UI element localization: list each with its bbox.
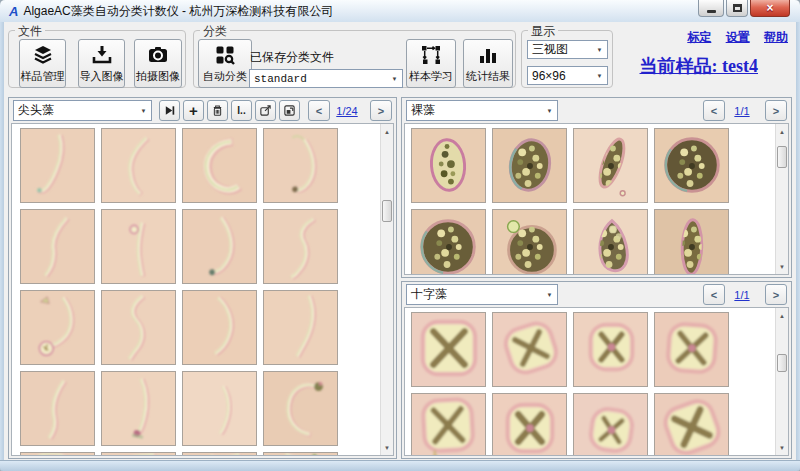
auto-classify-icon xyxy=(214,44,236,66)
saved-files-value: standard xyxy=(250,73,387,85)
algae-thumbnail[interactable] xyxy=(101,128,176,203)
algae-thumbnail[interactable] xyxy=(20,209,95,284)
scrollbar[interactable]: ▲ ▼ xyxy=(775,308,788,455)
next-page-button[interactable]: > xyxy=(765,284,787,305)
algae-thumbnail[interactable] xyxy=(492,128,567,203)
titlebar[interactable]: A AlgaeAC藻类自动分类计数仪 - 杭州万深检测科技有限公司 × xyxy=(0,0,800,22)
algae-thumbnail[interactable] xyxy=(411,312,486,387)
algae-thumbnail[interactable] xyxy=(492,312,567,387)
page-indicator[interactable]: 1/24 xyxy=(330,105,364,117)
import-images-button[interactable]: 导入图像 xyxy=(78,39,125,88)
algae-thumbnail[interactable] xyxy=(411,209,486,275)
algae-thumbnail[interactable] xyxy=(20,452,95,456)
page-indicator[interactable]: 1/1 xyxy=(725,105,759,117)
algae-thumbnail[interactable] xyxy=(654,312,729,387)
file-group-label: 文件 xyxy=(15,23,45,40)
capture-images-button[interactable]: 拍摄图像 xyxy=(134,39,182,88)
export-icon xyxy=(259,104,272,117)
algae-thumbnail[interactable] xyxy=(182,128,257,203)
algae-thumbnail[interactable] xyxy=(263,290,338,365)
current-sample-link[interactable]: 当前样品: test4 xyxy=(640,54,758,78)
algae-thumbnail[interactable] xyxy=(101,371,176,446)
add-category-button[interactable]: + xyxy=(183,100,204,121)
rename-icon: I.. xyxy=(237,105,245,116)
classify-page-button[interactable] xyxy=(159,100,180,121)
rename-button[interactable]: I.. xyxy=(231,100,252,121)
close-icon: × xyxy=(766,2,773,14)
algae-thumbnail[interactable] xyxy=(182,209,257,284)
algae-thumbnail[interactable] xyxy=(573,312,648,387)
stats-button[interactable]: 统计结果 xyxy=(463,39,513,88)
classify-group-label: 分类 xyxy=(200,23,230,40)
algae-thumbnail[interactable] xyxy=(20,371,95,446)
algae-thumbnail[interactable] xyxy=(654,128,729,203)
algae-thumbnail[interactable] xyxy=(263,209,338,284)
next-page-button[interactable]: > xyxy=(765,100,787,121)
move-to-category-button[interactable] xyxy=(279,100,300,121)
maximize-button[interactable] xyxy=(726,0,748,17)
window-frame-right xyxy=(796,22,800,460)
saved-files-label: 已保存分类文件 xyxy=(250,49,334,66)
algae-thumbnail[interactable] xyxy=(492,209,567,275)
algae-thumbnail[interactable] xyxy=(263,452,338,456)
algae-thumbnail[interactable] xyxy=(654,393,729,456)
page-indicator[interactable]: 1/1 xyxy=(725,289,759,301)
scroll-up-icon: ▲ xyxy=(779,313,785,319)
right-top-category-select[interactable]: 裸藻 ▼ xyxy=(406,100,558,121)
algae-thumbnail[interactable] xyxy=(573,393,648,456)
scroll-up-button[interactable]: ▲ xyxy=(776,309,788,322)
close-button[interactable]: × xyxy=(750,0,790,17)
minimize-button[interactable] xyxy=(698,0,724,17)
calibrate-link[interactable]: 标定 xyxy=(687,30,711,44)
prev-page-button[interactable]: < xyxy=(308,100,330,121)
scroll-down-button[interactable]: ▼ xyxy=(776,260,788,273)
delete-button[interactable] xyxy=(207,100,228,121)
scrollbar[interactable]: ▲ ▼ xyxy=(775,124,788,274)
left-category-value: 尖头藻 xyxy=(14,102,136,119)
thumbnail-grid xyxy=(405,308,774,455)
scroll-up-button[interactable]: ▲ xyxy=(776,125,788,138)
saved-files-select[interactable]: standard ▼ xyxy=(249,69,403,88)
left-category-select[interactable]: 尖头藻 ▼ xyxy=(13,100,152,121)
panel-right-bottom-header: 十字藻 ▼ < 1/1 > xyxy=(402,282,791,307)
algae-thumbnail[interactable] xyxy=(492,393,567,456)
next-page-button[interactable]: > xyxy=(370,100,392,121)
algae-thumbnail[interactable] xyxy=(411,393,486,456)
algae-thumbnail[interactable] xyxy=(263,128,338,203)
right-bottom-category-select[interactable]: 十字藻 ▼ xyxy=(406,284,558,305)
sample-learn-button[interactable]: 样本学习 xyxy=(406,39,456,88)
chevron-down-icon: ▼ xyxy=(542,292,557,298)
settings-link[interactable]: 设置 xyxy=(726,30,750,44)
scroll-down-button[interactable]: ▼ xyxy=(381,441,393,454)
sample-manage-button[interactable]: 样品管理 xyxy=(19,39,66,88)
algae-thumbnail[interactable] xyxy=(101,452,176,456)
thumb-size-select[interactable]: 96×96 ▼ xyxy=(527,66,608,85)
algae-thumbnail[interactable] xyxy=(654,209,729,275)
panel-right-top-header: 裸藻 ▼ < 1/1 > xyxy=(402,98,791,123)
algae-thumbnail[interactable] xyxy=(573,209,648,275)
scroll-thumb[interactable] xyxy=(777,146,787,168)
algae-thumbnail[interactable] xyxy=(182,452,257,456)
prev-page-button[interactable]: < xyxy=(703,100,725,121)
prev-page-button[interactable]: < xyxy=(703,284,725,305)
export-button[interactable] xyxy=(255,100,276,121)
scroll-up-button[interactable]: ▲ xyxy=(381,125,393,138)
chevron-down-icon: ▼ xyxy=(592,47,607,53)
algae-thumbnail[interactable] xyxy=(182,290,257,365)
algae-thumbnail[interactable] xyxy=(20,290,95,365)
scrollbar[interactable]: ▲ ▼ xyxy=(380,124,393,455)
algae-thumbnail[interactable] xyxy=(182,371,257,446)
algae-thumbnail[interactable] xyxy=(263,371,338,446)
scroll-thumb[interactable] xyxy=(382,200,392,222)
algae-thumbnail[interactable] xyxy=(20,128,95,203)
capture-images-label: 拍摄图像 xyxy=(136,69,180,84)
view-mode-select[interactable]: 三视图 ▼ xyxy=(527,40,608,59)
algae-thumbnail[interactable] xyxy=(573,128,648,203)
algae-thumbnail[interactable] xyxy=(411,128,486,203)
scroll-down-button[interactable]: ▼ xyxy=(776,441,788,454)
scroll-thumb[interactable] xyxy=(777,354,787,372)
help-link[interactable]: 帮助 xyxy=(764,30,788,44)
auto-classify-button[interactable]: 自动分类 xyxy=(198,39,252,88)
algae-thumbnail[interactable] xyxy=(101,209,176,284)
algae-thumbnail[interactable] xyxy=(101,290,176,365)
